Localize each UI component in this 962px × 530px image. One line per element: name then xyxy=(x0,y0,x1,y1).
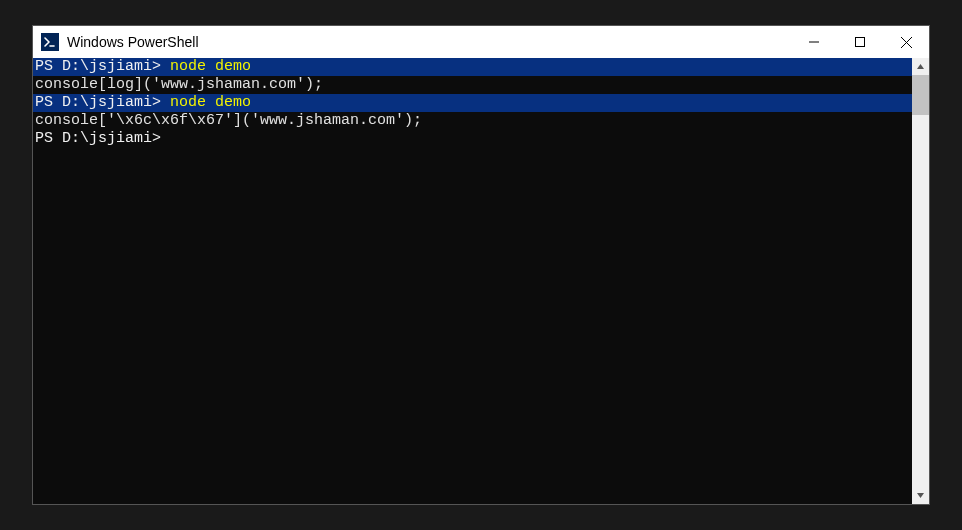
command-text: node demo xyxy=(170,58,251,75)
prompt-text: PS D:\jsjiami> xyxy=(35,94,161,111)
title-bar[interactable]: Windows PowerShell xyxy=(33,26,929,58)
terminal-line: console[log]('www.jshaman.com'); xyxy=(33,76,912,94)
terminal-line: PS D:\jsjiami> node demo xyxy=(33,58,912,76)
window-title: Windows PowerShell xyxy=(67,34,199,50)
scrollbar-track[interactable] xyxy=(912,115,929,487)
maximize-button[interactable] xyxy=(837,26,883,58)
terminal-line: PS D:\jsjiami> xyxy=(33,130,912,148)
scroll-down-arrow-icon[interactable] xyxy=(912,487,929,504)
svg-rect-0 xyxy=(856,38,865,47)
powershell-icon xyxy=(41,33,59,51)
output-text: console['\x6c\x6f\x67']('www.jshaman.com… xyxy=(35,112,422,129)
scroll-up-arrow-icon[interactable] xyxy=(912,58,929,75)
terminal-output-area[interactable]: PS D:\jsjiami> node democonsole[log]('ww… xyxy=(33,58,912,504)
close-button[interactable] xyxy=(883,26,929,58)
prompt-text: PS D:\jsjiami> xyxy=(35,58,161,75)
output-text: console[log]('www.jshaman.com'); xyxy=(35,76,323,93)
terminal-line: console['\x6c\x6f\x67']('www.jshaman.com… xyxy=(33,112,912,130)
powershell-window: Windows PowerShell PS D:\jsjiami> node d… xyxy=(32,25,930,505)
minimize-button[interactable] xyxy=(791,26,837,58)
vertical-scrollbar[interactable] xyxy=(912,58,929,504)
terminal-container: PS D:\jsjiami> node democonsole[log]('ww… xyxy=(33,58,929,504)
window-controls xyxy=(791,26,929,58)
command-text: node demo xyxy=(170,94,251,111)
prompt-text: PS D:\jsjiami> xyxy=(35,130,161,147)
scrollbar-thumb[interactable] xyxy=(912,75,929,115)
terminal-line: PS D:\jsjiami> node demo xyxy=(33,94,912,112)
